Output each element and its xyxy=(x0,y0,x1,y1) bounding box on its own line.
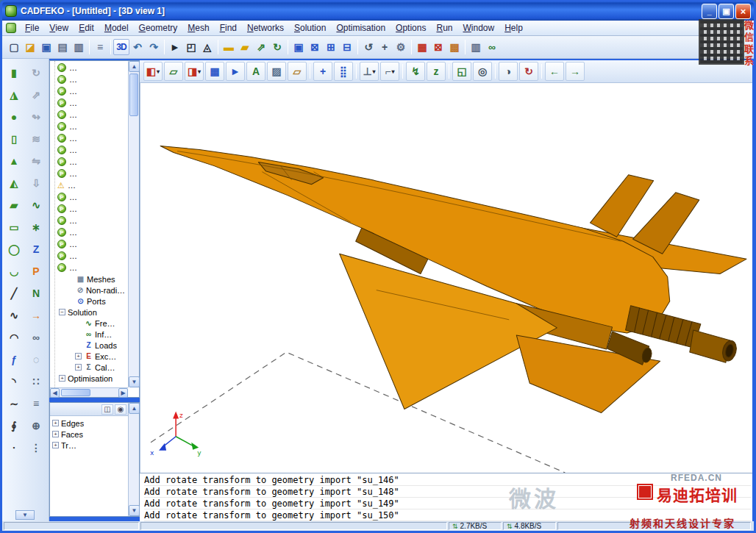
waveguide-port[interactable]: ∿ xyxy=(26,194,46,216)
search-settings[interactable]: ⚙ xyxy=(393,39,409,55)
snapshot-view[interactable]: ◉ xyxy=(115,404,126,415)
create-point[interactable]: ∙ xyxy=(4,437,24,459)
add-network[interactable]: N xyxy=(26,282,46,304)
tree-item-part-warning[interactable]: ⚠ … xyxy=(57,179,128,191)
print-report[interactable]: ▥ xyxy=(71,39,87,55)
scroll-down-icon[interactable]: ▼ xyxy=(129,376,140,387)
create-pyramid[interactable]: ◭ xyxy=(4,172,24,194)
menu-solution[interactable]: Solution xyxy=(289,21,331,35)
tree-item-calculation[interactable]: + Σ Cal… xyxy=(57,362,128,373)
menu-file[interactable]: File xyxy=(20,21,44,35)
extrude-face[interactable]: ⇗ xyxy=(253,39,269,55)
tree-expander[interactable]: + xyxy=(75,364,82,371)
create-paraboloid[interactable]: ◡ xyxy=(4,260,24,282)
mesh-statistics[interactable]: ▥ xyxy=(468,39,484,55)
details-item-edges[interactable]: + Edges xyxy=(52,418,139,429)
next-view[interactable]: → xyxy=(566,62,585,81)
rotate-transform[interactable]: ↺ xyxy=(360,39,377,55)
create-rectangle-face[interactable]: ▬ xyxy=(221,39,237,55)
tree-item-part[interactable]: P … xyxy=(57,62,128,74)
ring-tool[interactable]: ◌ xyxy=(26,348,46,371)
aircraft-model[interactable] xyxy=(160,146,746,412)
notes-report[interactable]: ≡ xyxy=(92,39,108,55)
tree-item-part[interactable]: P … xyxy=(57,109,128,121)
scroll-up-icon[interactable]: ▲ xyxy=(129,61,140,72)
menu-optimisation[interactable]: Optimisation xyxy=(331,21,391,35)
refine-mesh[interactable]: ▩ xyxy=(446,39,463,55)
twist-tool[interactable]: ↬ xyxy=(26,106,46,128)
tree-expander[interactable]: − xyxy=(59,309,65,315)
tree-item-meshes[interactable]: ▦ Meshes xyxy=(57,273,128,285)
view-preset[interactable]: ◧▾ xyxy=(143,62,163,81)
toolbar-scroll-down[interactable]: ▼ xyxy=(15,510,35,520)
measure-distance[interactable]: ▱ xyxy=(288,62,307,81)
tree-item-frequency[interactable]: ∿ Fre… xyxy=(57,318,128,329)
tree-scrollbar[interactable]: ▲ ▼ xyxy=(128,61,139,387)
workplane-select[interactable]: ⊥▾ xyxy=(360,62,379,81)
mesh-display[interactable]: ▦ xyxy=(205,62,224,81)
workplane-new[interactable]: ⌐▾ xyxy=(380,62,399,81)
create-elliptic-arc[interactable]: ◝ xyxy=(4,371,24,393)
redo[interactable]: ↷ xyxy=(146,39,162,55)
menu-options[interactable]: Options xyxy=(391,21,431,35)
scroll-down-icon[interactable]: ▼ xyxy=(129,505,140,516)
align-tool[interactable]: ↯ xyxy=(406,62,425,81)
z-direction-tool[interactable]: Z xyxy=(26,238,46,260)
tree-item-part[interactable]: P … xyxy=(57,85,128,97)
mirror-tool[interactable]: ⇋ xyxy=(26,150,46,172)
project-tool[interactable]: ⇩ xyxy=(26,172,46,194)
menu-view[interactable]: View xyxy=(44,21,74,35)
tree-item-part[interactable]: P … xyxy=(57,132,128,144)
shaded-mode[interactable]: ◑ xyxy=(499,62,518,81)
tree-item-ports[interactable]: ⊙ Ports xyxy=(57,296,128,307)
menu-geometry[interactable]: Geometry xyxy=(134,21,183,35)
render-preset[interactable]: ◨▾ xyxy=(185,62,204,81)
add-port[interactable]: P xyxy=(26,260,46,282)
tree-item-part[interactable]: P … xyxy=(57,74,128,85)
restore-button[interactable]: ▣ xyxy=(718,4,734,19)
select-geometry[interactable]: ◰ xyxy=(183,39,199,55)
tree-item-part[interactable]: P … xyxy=(57,156,128,168)
menu-window[interactable]: Window xyxy=(458,21,500,35)
sweep-tool[interactable]: ⇗ xyxy=(26,84,46,106)
scroll-right-icon[interactable]: ▶ xyxy=(118,388,128,398)
menu-model[interactable]: Model xyxy=(99,21,134,35)
anchor-tool[interactable]: ⊕ xyxy=(26,415,46,437)
mesh-point[interactable]: ∗ xyxy=(26,216,46,238)
tree-expander[interactable]: + xyxy=(52,431,59,437)
tree-expander[interactable]: + xyxy=(52,442,59,448)
tree-item-loads[interactable]: Z Loads xyxy=(57,340,128,351)
tree-expander[interactable]: + xyxy=(75,353,82,359)
apply-transform[interactable]: → xyxy=(26,304,46,326)
menu-find[interactable]: Find xyxy=(215,21,242,35)
undo[interactable]: ↶ xyxy=(129,39,146,55)
infinite-plane[interactable]: ∞ xyxy=(26,326,46,348)
menu-help[interactable]: Help xyxy=(499,21,528,35)
minimize-button[interactable]: _ xyxy=(702,4,717,19)
create-mesh[interactable]: ▦ xyxy=(414,39,430,55)
create-bezier-curve[interactable]: ∼ xyxy=(4,393,24,415)
3d-viewport[interactable]: z y x xyxy=(140,83,752,473)
tree-item-part[interactable]: P … xyxy=(57,168,128,179)
save-file[interactable]: ▣ xyxy=(38,39,54,55)
menu-run[interactable]: Run xyxy=(431,21,457,35)
create-cuboid[interactable]: ▮ xyxy=(4,62,24,84)
create-helix[interactable]: ∮ xyxy=(4,415,24,437)
tree-item-excitations[interactable]: + E Exc… xyxy=(57,351,128,362)
message-log[interactable]: Add rotate transform to geometry import … xyxy=(140,473,752,521)
spin-face[interactable]: ↻ xyxy=(269,39,285,55)
menu-edit[interactable]: Edit xyxy=(74,21,99,35)
menu-networks[interactable]: Networks xyxy=(242,21,289,35)
tree-item-solution[interactable]: − Solution xyxy=(57,307,128,318)
tree-item-part[interactable]: P … xyxy=(57,250,128,262)
scrollbar-thumb[interactable] xyxy=(61,389,90,396)
add-text-label[interactable]: A xyxy=(246,62,265,81)
zoom-to-window[interactable]: ◎ xyxy=(473,62,492,81)
delete-mesh[interactable]: ⊠ xyxy=(430,39,446,55)
create-flare[interactable]: ◮ xyxy=(4,84,24,106)
titlebar[interactable]: CADFEKO - [Untitled] - [3D view 1] _▣× xyxy=(2,1,754,21)
tree-item-part[interactable]: P … xyxy=(57,238,128,250)
scroll-up-icon[interactable]: ▲ xyxy=(129,403,140,414)
tree-item-part[interactable]: P … xyxy=(57,215,128,226)
cutplane[interactable]: ► xyxy=(226,62,245,81)
